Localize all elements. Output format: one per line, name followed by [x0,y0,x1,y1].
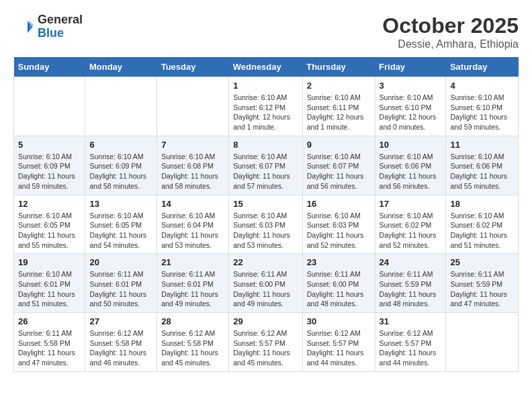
calendar-cell: 14Sunrise: 6:10 AMSunset: 6:04 PMDayligh… [157,195,229,254]
day-number: 20 [89,257,152,267]
logo-text: General Blue [38,13,83,40]
weekday-header: Tuesday [157,57,229,77]
calendar-cell [14,77,85,136]
day-number: 18 [450,199,514,209]
day-number: 1 [233,81,298,91]
day-number: 5 [18,140,81,150]
day-number: 24 [380,257,442,267]
weekday-header: Saturday [446,57,519,77]
day-number: 21 [161,257,224,267]
calendar-cell: 19Sunrise: 6:10 AMSunset: 6:01 PMDayligh… [14,254,85,313]
calendar-cell [157,77,229,136]
calendar-cell: 16Sunrise: 6:10 AMSunset: 6:03 PMDayligh… [302,195,375,254]
day-info: Sunrise: 6:10 AMSunset: 6:08 PMDaylight:… [161,152,224,191]
calendar-cell: 13Sunrise: 6:10 AMSunset: 6:05 PMDayligh… [85,195,157,254]
logo-icon [13,17,34,37]
location-subtitle: Dessie, Amhara, Ethiopia [382,38,519,50]
day-number: 3 [380,81,442,91]
calendar-cell: 10Sunrise: 6:10 AMSunset: 6:06 PMDayligh… [375,136,446,195]
day-info: Sunrise: 6:10 AMSunset: 6:02 PMDaylight:… [450,211,514,250]
day-number: 30 [307,316,371,326]
calendar-header: SundayMondayTuesdayWednesdayThursdayFrid… [14,57,519,77]
weekday-header: Thursday [302,57,375,77]
calendar-body: 1Sunrise: 6:10 AMSunset: 6:12 PMDaylight… [14,77,519,372]
calendar-cell: 25Sunrise: 6:11 AMSunset: 5:59 PMDayligh… [446,254,519,313]
day-number: 2 [307,81,371,91]
day-info: Sunrise: 6:10 AMSunset: 6:07 PMDaylight:… [307,152,371,191]
calendar-cell: 4Sunrise: 6:10 AMSunset: 6:10 PMDaylight… [446,77,519,136]
day-number: 27 [89,316,152,326]
day-info: Sunrise: 6:11 AMSunset: 6:00 PMDaylight:… [233,269,298,309]
title-block: October 2025 Dessie, Amhara, Ethiopia [382,13,519,50]
day-number: 23 [307,257,371,267]
day-info: Sunrise: 6:10 AMSunset: 6:11 PMDaylight:… [307,93,371,132]
day-number: 26 [18,316,81,326]
day-number: 31 [380,316,442,326]
day-number: 8 [233,140,298,150]
calendar-cell: 5Sunrise: 6:10 AMSunset: 6:09 PMDaylight… [14,136,85,195]
calendar-cell: 27Sunrise: 6:12 AMSunset: 5:58 PMDayligh… [85,313,157,372]
calendar-cell: 9Sunrise: 6:10 AMSunset: 6:07 PMDaylight… [302,136,375,195]
calendar-table: SundayMondayTuesdayWednesdayThursdayFrid… [13,57,519,372]
day-number: 19 [18,257,81,267]
day-number: 29 [233,316,298,326]
day-info: Sunrise: 6:10 AMSunset: 6:05 PMDaylight:… [89,211,152,250]
calendar-cell: 22Sunrise: 6:11 AMSunset: 6:00 PMDayligh… [229,254,302,313]
day-number: 22 [233,257,298,267]
day-number: 14 [161,199,224,209]
calendar-cell: 31Sunrise: 6:12 AMSunset: 5:57 PMDayligh… [375,313,446,372]
page-header: General Blue October 2025 Dessie, Amhara… [13,13,519,50]
day-info: Sunrise: 6:11 AMSunset: 6:01 PMDaylight:… [89,269,152,309]
calendar-week-row: 19Sunrise: 6:10 AMSunset: 6:01 PMDayligh… [14,254,519,313]
calendar-cell: 1Sunrise: 6:10 AMSunset: 6:12 PMDaylight… [229,77,302,136]
calendar-cell: 8Sunrise: 6:10 AMSunset: 6:07 PMDaylight… [229,136,302,195]
weekday-header: Sunday [14,57,85,77]
day-number: 9 [307,140,371,150]
day-number: 7 [161,140,224,150]
calendar-week-row: 5Sunrise: 6:10 AMSunset: 6:09 PMDaylight… [14,136,519,195]
day-info: Sunrise: 6:12 AMSunset: 5:57 PMDaylight:… [307,328,371,368]
day-info: Sunrise: 6:11 AMSunset: 5:59 PMDaylight:… [380,269,442,309]
day-number: 16 [307,199,371,209]
calendar-cell: 20Sunrise: 6:11 AMSunset: 6:01 PMDayligh… [85,254,157,313]
day-number: 12 [18,199,81,209]
day-number: 17 [380,199,442,209]
calendar-cell [85,77,157,136]
day-info: Sunrise: 6:10 AMSunset: 6:02 PMDaylight:… [380,211,442,250]
day-info: Sunrise: 6:12 AMSunset: 5:57 PMDaylight:… [233,328,298,368]
day-number: 25 [450,257,514,267]
weekday-header: Wednesday [229,57,302,77]
calendar-cell: 24Sunrise: 6:11 AMSunset: 5:59 PMDayligh… [375,254,446,313]
day-info: Sunrise: 6:10 AMSunset: 6:09 PMDaylight:… [18,152,81,191]
weekday-header: Friday [375,57,446,77]
day-info: Sunrise: 6:10 AMSunset: 6:12 PMDaylight:… [233,93,298,132]
calendar-cell: 15Sunrise: 6:10 AMSunset: 6:03 PMDayligh… [229,195,302,254]
day-info: Sunrise: 6:10 AMSunset: 6:07 PMDaylight:… [233,152,298,191]
day-info: Sunrise: 6:10 AMSunset: 6:06 PMDaylight:… [380,152,442,191]
day-number: 15 [233,199,298,209]
day-info: Sunrise: 6:10 AMSunset: 6:04 PMDaylight:… [161,211,224,250]
calendar-cell: 6Sunrise: 6:10 AMSunset: 6:09 PMDaylight… [85,136,157,195]
calendar-week-row: 26Sunrise: 6:11 AMSunset: 5:58 PMDayligh… [14,313,519,372]
calendar-cell: 12Sunrise: 6:10 AMSunset: 6:05 PMDayligh… [14,195,85,254]
calendar-cell: 18Sunrise: 6:10 AMSunset: 6:02 PMDayligh… [446,195,519,254]
day-info: Sunrise: 6:12 AMSunset: 5:57 PMDaylight:… [380,328,442,368]
day-info: Sunrise: 6:10 AMSunset: 6:10 PMDaylight:… [450,93,514,132]
day-info: Sunrise: 6:12 AMSunset: 5:58 PMDaylight:… [89,328,152,368]
calendar-cell: 28Sunrise: 6:12 AMSunset: 5:58 PMDayligh… [157,313,229,372]
day-info: Sunrise: 6:10 AMSunset: 6:03 PMDaylight:… [307,211,371,250]
calendar-cell: 23Sunrise: 6:11 AMSunset: 6:00 PMDayligh… [302,254,375,313]
logo-blue: Blue [38,26,64,40]
day-info: Sunrise: 6:10 AMSunset: 6:01 PMDaylight:… [18,269,81,309]
day-info: Sunrise: 6:11 AMSunset: 6:00 PMDaylight:… [307,269,371,309]
day-info: Sunrise: 6:11 AMSunset: 5:59 PMDaylight:… [450,269,514,309]
day-info: Sunrise: 6:10 AMSunset: 6:05 PMDaylight:… [18,211,81,250]
day-number: 28 [161,316,224,326]
calendar-week-row: 12Sunrise: 6:10 AMSunset: 6:05 PMDayligh… [14,195,519,254]
calendar-cell: 21Sunrise: 6:11 AMSunset: 6:01 PMDayligh… [157,254,229,313]
calendar-cell: 2Sunrise: 6:10 AMSunset: 6:11 PMDaylight… [302,77,375,136]
month-title: October 2025 [382,13,519,38]
day-number: 10 [380,140,442,150]
weekday-header: Monday [85,57,157,77]
calendar-cell [446,313,519,372]
